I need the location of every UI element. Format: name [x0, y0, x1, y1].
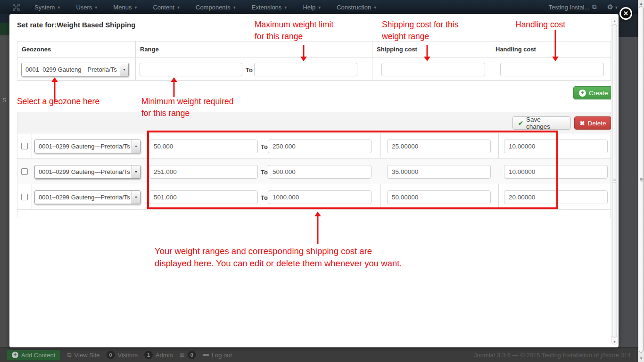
screen: System▾ Users▾ Menus▾ Content▾ Component…	[0, 0, 644, 362]
scroll-down-icon[interactable]: ▼	[638, 356, 644, 362]
modal-scrollbar-thumb[interactable]	[612, 24, 617, 337]
cross-icon: ✖	[580, 120, 585, 127]
logout-label: Log out	[212, 352, 232, 359]
logout-icon	[203, 354, 209, 356]
row-checkbox[interactable]	[21, 168, 28, 175]
geozone-select[interactable]: 0001–0299 Gauteng—Pretoria/Ts ▼	[34, 190, 140, 204]
select-arrow-glyph: ▼	[134, 196, 138, 199]
header-range: Range	[136, 41, 372, 58]
messages-status[interactable]: ✉ 0	[180, 351, 196, 359]
view-site-link[interactable]: ⧉ View Site	[67, 351, 99, 359]
range-to-input[interactable]	[268, 140, 372, 153]
add-content-label: Add Content	[21, 352, 55, 359]
dimmed-left-strip	[0, 35, 9, 347]
handling-cost-input[interactable]	[500, 63, 604, 76]
dimmed-subnav-strip	[0, 14, 9, 23]
page-scrollbar[interactable]: ▲ ▼	[638, 0, 644, 362]
caret-down-icon: ▾	[134, 5, 137, 10]
delete-button[interactable]: ✖ Delete	[574, 116, 611, 130]
dimmed-background-text: S	[2, 97, 7, 104]
menu-construction[interactable]: Construction▾	[337, 4, 376, 11]
range-from-input[interactable]	[149, 165, 258, 179]
scrollbar-grip	[613, 179, 616, 182]
status-bar: + Add Content ⧉ View Site 0 Visitors 1 A…	[0, 347, 644, 362]
geozone-select-value: 0001–0299 Gauteng—Pretoria/Ts	[35, 143, 132, 150]
admin-count-badge: 1	[144, 351, 153, 359]
external-link-icon: ⧉	[592, 3, 596, 11]
caret-down-icon: ▾	[374, 5, 376, 10]
geozone-select[interactable]: 0001–0299 Gauteng—Pretoria/Ts ▼	[34, 165, 140, 179]
menu-components[interactable]: Components▾	[196, 4, 236, 11]
menu-menus[interactable]: Menus▾	[113, 4, 137, 11]
view-site-label: View Site	[74, 352, 100, 359]
row-checkbox[interactable]	[21, 143, 28, 149]
shipping-cost-input[interactable]	[387, 140, 491, 153]
visitors-status[interactable]: 0 Visitors	[107, 351, 138, 359]
visitors-count-badge: 0	[107, 351, 115, 359]
shipping-cost-input[interactable]	[387, 190, 491, 204]
caret-down-icon: ▾	[58, 5, 60, 10]
handling-cost-input[interactable]	[504, 165, 608, 179]
geozone-select-value: 0001–0299 Gauteng—Pretoria/Ts	[22, 66, 120, 73]
geozone-select-value: 0001–0299 Gauteng—Pretoria/Ts	[35, 168, 132, 175]
menu-system-label: System	[34, 4, 55, 11]
settings-menu[interactable]: ⚙ ▾	[607, 3, 618, 11]
handling-cost-input[interactable]	[504, 190, 608, 204]
header-handling-cost: Handling cost	[491, 41, 611, 58]
admin-status[interactable]: 1 Admin	[144, 351, 173, 359]
caret-down-icon: ▾	[177, 5, 180, 10]
create-button[interactable]: + Create	[573, 86, 614, 99]
caret-down-icon: ▾	[615, 5, 618, 10]
footer-version-text: Joomla! 3.3.6 — © 2015 Testing Installat…	[474, 352, 631, 359]
joomla-logo-icon	[12, 3, 20, 11]
site-preview-link[interactable]: Testing Instal... ⧉	[549, 3, 597, 11]
shipping-cost-input[interactable]	[381, 63, 485, 76]
scroll-down-icon[interactable]: ▼	[611, 340, 618, 345]
range-from-input[interactable]	[149, 190, 258, 204]
shipping-cost-input[interactable]	[387, 165, 491, 179]
handling-cost-input[interactable]	[504, 140, 608, 153]
add-content-button[interactable]: + Add Content	[7, 350, 60, 361]
range-to-input[interactable]	[268, 190, 372, 204]
menu-components-label: Components	[196, 4, 231, 11]
range-from-input[interactable]	[149, 140, 258, 153]
rate-row-1: 0001–0299 Gauteng—Pretoria/Ts ▼ To	[17, 133, 611, 159]
range-to-input[interactable]	[254, 63, 357, 76]
admin-label: Admin	[156, 352, 173, 359]
menu-content-label: Content	[153, 4, 174, 11]
modal-title: Set rate for:Weight Based Shipping	[17, 21, 135, 29]
scroll-up-icon[interactable]: ▲	[611, 19, 618, 24]
to-label: To	[261, 194, 268, 201]
rates-toolbar: ✔ Save changes ✖ Delete	[17, 112, 611, 133]
rates-table: ✔ Save changes ✖ Delete 0001–0299 Gauten…	[17, 112, 611, 218]
menu-construction-label: Construction	[337, 4, 371, 11]
visitors-label: Visitors	[118, 352, 138, 359]
menu-content[interactable]: Content▾	[153, 4, 180, 11]
row-checkbox[interactable]	[21, 194, 28, 200]
new-rate-form-table: Geozones Range Shipping cost Handling co…	[17, 41, 611, 81]
menu-help[interactable]: Help▾	[303, 4, 321, 11]
page-scrollbar-thumb[interactable]	[639, 6, 644, 353]
modal-close-button[interactable]: ✕	[619, 7, 632, 20]
to-label: To	[261, 143, 268, 150]
menu-users[interactable]: Users▾	[76, 4, 97, 11]
caret-down-icon: ▾	[318, 5, 321, 10]
menu-system[interactable]: System▾	[34, 4, 60, 11]
empty-table-row	[17, 210, 611, 218]
save-changes-button[interactable]: ✔ Save changes	[512, 116, 571, 130]
header-geozones: Geozones	[17, 41, 135, 58]
logout-link[interactable]: Log out	[203, 352, 232, 359]
range-to-input[interactable]	[268, 165, 372, 179]
modal-scrollbar[interactable]: ▲ ▼	[611, 17, 618, 345]
select-arrow-glyph: ▼	[123, 68, 126, 71]
range-from-input[interactable]	[140, 63, 242, 76]
rate-row-3: 0001–0299 Gauteng—Pretoria/Ts ▼ To	[17, 184, 611, 210]
scrollbar-grip	[640, 178, 643, 181]
geozone-select[interactable]: 0001–0299 Gauteng—Pretoria/Ts ▼	[34, 140, 140, 153]
close-icon: ✕	[623, 10, 628, 17]
menu-users-label: Users	[76, 4, 92, 11]
caret-down-icon: ▾	[95, 5, 97, 10]
menu-extensions[interactable]: Extensions▾	[252, 4, 287, 11]
geozone-select[interactable]: 0001–0299 Gauteng—Pretoria/Ts ▼	[21, 63, 129, 76]
header-shipping-cost: Shipping cost	[372, 41, 491, 58]
